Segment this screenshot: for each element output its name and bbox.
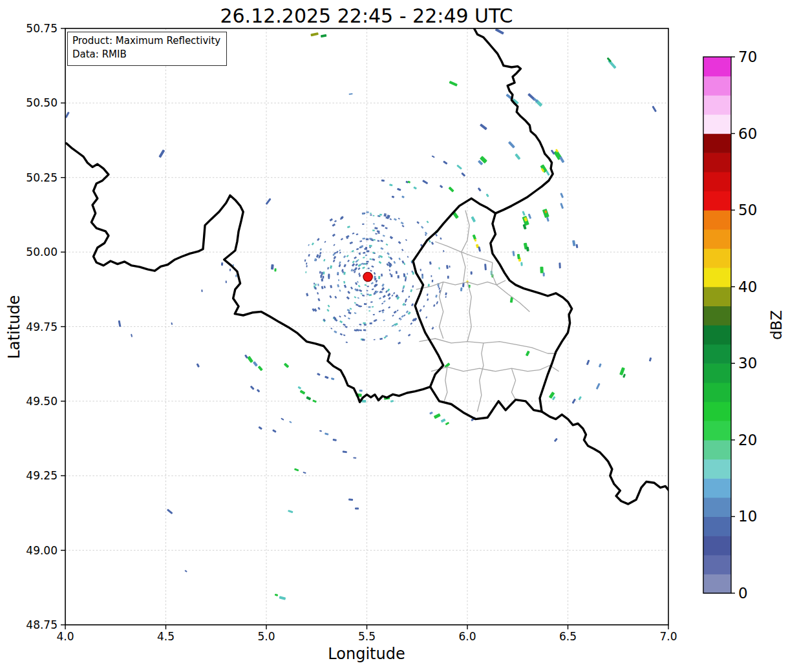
data-source-line: Data: RMIB bbox=[72, 48, 220, 61]
clutter-dot bbox=[333, 244, 335, 246]
colorbar-segment bbox=[703, 574, 731, 593]
y-tick-label: 50.50 bbox=[26, 96, 58, 109]
radar-map-canvas: 4.04.55.05.56.06.57.048.7549.0049.2549.5… bbox=[0, 0, 788, 672]
clutter-dot bbox=[347, 291, 350, 294]
clutter-dot bbox=[321, 273, 323, 276]
clutter-dot bbox=[367, 294, 369, 295]
clutter-dot bbox=[323, 276, 325, 278]
clutter-dot bbox=[356, 233, 359, 235]
clutter-dot bbox=[427, 293, 429, 296]
product-annotation-box: Product: Maximum Reflectivity Data: RMIB bbox=[67, 32, 227, 66]
clutter-dot bbox=[410, 322, 412, 325]
clutter-dot bbox=[431, 327, 434, 330]
clutter-dot bbox=[391, 295, 393, 297]
clutter-dot bbox=[408, 333, 410, 336]
clutter-dot bbox=[435, 295, 438, 298]
clutter-dot bbox=[355, 263, 358, 266]
clutter-dot bbox=[343, 324, 346, 326]
clutter-dot bbox=[427, 221, 429, 224]
clutter-dot bbox=[362, 224, 364, 225]
clutter-dot bbox=[390, 257, 393, 260]
clutter-dot bbox=[306, 262, 307, 264]
echo-mark bbox=[560, 193, 564, 198]
clutter-dot bbox=[308, 244, 310, 246]
clutter-dot bbox=[315, 284, 316, 286]
echo-mark bbox=[449, 81, 458, 87]
clutter-dot bbox=[312, 242, 314, 246]
clutter-dot bbox=[401, 315, 404, 317]
echo-mark bbox=[652, 106, 657, 112]
clutter-dot bbox=[306, 293, 308, 296]
clutter-dot bbox=[416, 221, 420, 224]
echo-mark bbox=[389, 184, 393, 186]
echo-mark bbox=[258, 366, 263, 372]
clutter-dot bbox=[305, 271, 306, 273]
clutter-dot bbox=[354, 271, 356, 273]
clutter-dot bbox=[377, 230, 380, 233]
echo-mark bbox=[401, 196, 405, 198]
clutter-dot bbox=[388, 297, 390, 300]
clutter-dot bbox=[403, 262, 405, 265]
echo-mark bbox=[247, 356, 253, 363]
clutter-dot bbox=[354, 312, 357, 314]
echo-mark bbox=[596, 383, 601, 390]
clutter-dot bbox=[401, 249, 403, 251]
colorbar-tick-label: 0 bbox=[738, 585, 748, 602]
clutter-dot bbox=[447, 276, 449, 278]
clutter-dot bbox=[379, 338, 383, 341]
clutter-dot bbox=[329, 295, 332, 299]
echo-mark bbox=[310, 32, 319, 36]
clutter-dot bbox=[355, 282, 357, 285]
clutter-dot bbox=[396, 271, 398, 274]
colorbar-segment bbox=[703, 383, 731, 402]
echo-mark bbox=[485, 193, 489, 197]
clutter-dot bbox=[429, 261, 432, 264]
y-tick-label: 50.25 bbox=[26, 171, 58, 184]
clutter-dot bbox=[438, 286, 439, 288]
clutter-dot bbox=[350, 308, 352, 310]
y-tick-label: 50.75 bbox=[26, 22, 58, 35]
clutter-dot bbox=[343, 272, 346, 275]
echo-mark bbox=[448, 187, 454, 193]
clutter-dot bbox=[322, 278, 323, 280]
clutter-dot bbox=[392, 315, 394, 317]
clutter-dot bbox=[324, 286, 326, 288]
echo-mark bbox=[221, 262, 223, 266]
echo-mark bbox=[171, 322, 173, 325]
clutter-dot bbox=[357, 264, 361, 267]
clutter-dot bbox=[317, 292, 319, 295]
clutter-dot bbox=[323, 271, 325, 275]
clutter-dot bbox=[381, 310, 385, 312]
clutter-dot bbox=[420, 269, 421, 271]
echo-mark bbox=[319, 430, 322, 432]
clutter-dot bbox=[406, 310, 409, 313]
echo-mark bbox=[540, 267, 543, 273]
clutter-dot bbox=[334, 256, 337, 259]
echo-mark bbox=[436, 301, 438, 304]
clutter-dot bbox=[337, 272, 339, 275]
echo-mark bbox=[445, 422, 450, 425]
echo-mark bbox=[471, 271, 473, 275]
clutter-dot bbox=[330, 328, 332, 330]
axis-tick-labels: 4.04.55.05.56.06.57.048.7549.0049.2549.5… bbox=[26, 22, 677, 643]
clutter-dot bbox=[359, 330, 362, 331]
x-tick-label: 5.5 bbox=[358, 630, 376, 643]
colorbar-tick-label: 50 bbox=[738, 202, 757, 218]
echo-mark bbox=[522, 211, 525, 216]
clutter-dot bbox=[423, 305, 425, 307]
clutter-dot bbox=[323, 259, 325, 262]
echo-mark bbox=[517, 254, 520, 259]
echo-mark bbox=[460, 288, 463, 291]
echo-mark bbox=[441, 419, 446, 423]
clutter-dot bbox=[390, 218, 392, 220]
clutter-dot bbox=[328, 304, 330, 307]
clutter-dot bbox=[438, 288, 440, 289]
colorbar-tick-label: 30 bbox=[738, 355, 757, 372]
echo-mark bbox=[554, 438, 558, 442]
colorbar-segment bbox=[703, 152, 731, 172]
clutter-dot bbox=[326, 309, 329, 312]
clutter-dot bbox=[339, 289, 341, 292]
clutter-dot bbox=[359, 324, 361, 326]
echo-mark bbox=[266, 198, 272, 205]
clutter-dot bbox=[306, 265, 307, 267]
